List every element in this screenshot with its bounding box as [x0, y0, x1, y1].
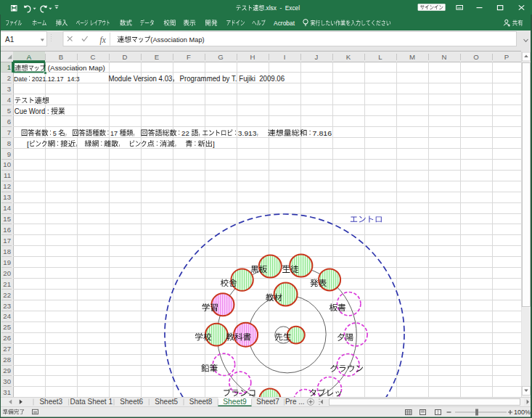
- svg-text:22: 22: [181, 129, 191, 137]
- svg-text:7.816: 7.816: [313, 129, 332, 137]
- svg-text:fx: fx: [100, 36, 107, 45]
- svg-text:N: N: [442, 53, 447, 61]
- svg-text:27: 27: [3, 345, 11, 353]
- svg-text:F: F: [187, 53, 191, 61]
- svg-text:C: C: [91, 53, 96, 61]
- svg-text:O: O: [473, 53, 478, 61]
- svg-text:J: J: [315, 53, 319, 61]
- svg-text:Pre ...: Pre ...: [285, 398, 305, 406]
- svg-text:3.913: 3.913: [238, 129, 257, 137]
- svg-text:30: 30: [3, 377, 11, 385]
- svg-text:Sheet9: Sheet9: [223, 398, 247, 406]
- svg-text:L: L: [378, 53, 382, 61]
- svg-text:P: P: [504, 53, 509, 61]
- svg-text:24: 24: [3, 312, 11, 320]
- svg-text:.xlsx - Excel: .xlsx - Excel: [264, 4, 300, 12]
- svg-text:Sheet5: Sheet5: [155, 398, 178, 406]
- svg-text:M: M: [409, 53, 415, 61]
- svg-text:Data Sheet 1: Data Sheet 1: [70, 398, 113, 406]
- svg-text:17: 17: [3, 237, 11, 245]
- svg-text:5: 5: [7, 107, 11, 115]
- svg-text:(Association Map): (Association Map): [150, 36, 204, 44]
- svg-text:3: 3: [7, 85, 11, 93]
- svg-text:10: 10: [3, 160, 11, 168]
- svg-text:22: 22: [3, 291, 11, 299]
- svg-text:23: 23: [3, 302, 11, 310]
- svg-text:17: 17: [110, 129, 120, 137]
- svg-text:Acrobat: Acrobat: [274, 20, 295, 27]
- svg-text:5: 5: [53, 129, 59, 137]
- svg-text:8: 8: [7, 139, 11, 147]
- svg-text:B: B: [59, 53, 63, 61]
- svg-text:4: 4: [7, 96, 12, 104]
- svg-text:(Association Map): (Association Map): [48, 64, 105, 72]
- svg-text:16: 16: [3, 226, 11, 234]
- svg-text:1: 1: [7, 63, 11, 71]
- svg-text:15: 15: [3, 215, 11, 223]
- svg-text:Sheet8: Sheet8: [189, 398, 213, 406]
- svg-text:25: 25: [3, 323, 11, 331]
- svg-text:14: 14: [3, 204, 11, 212]
- svg-text:Programmed by T. Fujiki 2009.: Programmed by T. Fujiki 2009.06: [178, 75, 285, 83]
- svg-text:E: E: [155, 53, 159, 61]
- svg-text:G: G: [218, 53, 223, 61]
- svg-text:11: 11: [4, 171, 11, 179]
- svg-text:Sheet3: Sheet3: [39, 398, 62, 406]
- svg-text:I: I: [284, 53, 286, 61]
- svg-text:6: 6: [7, 118, 11, 126]
- svg-text:31: 31: [3, 388, 11, 396]
- svg-text:26: 26: [3, 334, 11, 342]
- svg-text:K: K: [346, 53, 351, 61]
- svg-text:13: 13: [3, 193, 11, 201]
- svg-text:20: 20: [3, 269, 11, 277]
- svg-text:9: 9: [7, 150, 11, 158]
- svg-text:H: H: [250, 53, 255, 61]
- svg-text:D: D: [123, 53, 128, 61]
- svg-text:Cue Word :: Cue Word :: [15, 107, 51, 115]
- svg-text:2: 2: [7, 74, 11, 82]
- svg-text:7: 7: [7, 128, 11, 136]
- svg-text:29: 29: [3, 366, 11, 374]
- svg-text:Sheet7: Sheet7: [256, 398, 279, 406]
- svg-text:Module Version 4.03: Module Version 4.03: [108, 75, 172, 83]
- svg-text:18: 18: [3, 247, 11, 255]
- svg-text:Date: Date: [14, 75, 28, 83]
- svg-text:2021.12.17 14:3: 2021.12.17 14:3: [32, 75, 80, 83]
- svg-text:28: 28: [3, 356, 11, 364]
- svg-text:Sheet6: Sheet6: [120, 398, 143, 406]
- svg-text:21: 21: [3, 280, 11, 288]
- svg-text:[: [: [27, 140, 29, 148]
- svg-text:100%: 100%: [514, 409, 531, 416]
- svg-text:]: ]: [213, 140, 215, 148]
- svg-text:19: 19: [3, 258, 11, 266]
- svg-text:12: 12: [3, 182, 11, 190]
- svg-text:A1: A1: [5, 36, 15, 44]
- svg-text:A: A: [27, 53, 32, 61]
